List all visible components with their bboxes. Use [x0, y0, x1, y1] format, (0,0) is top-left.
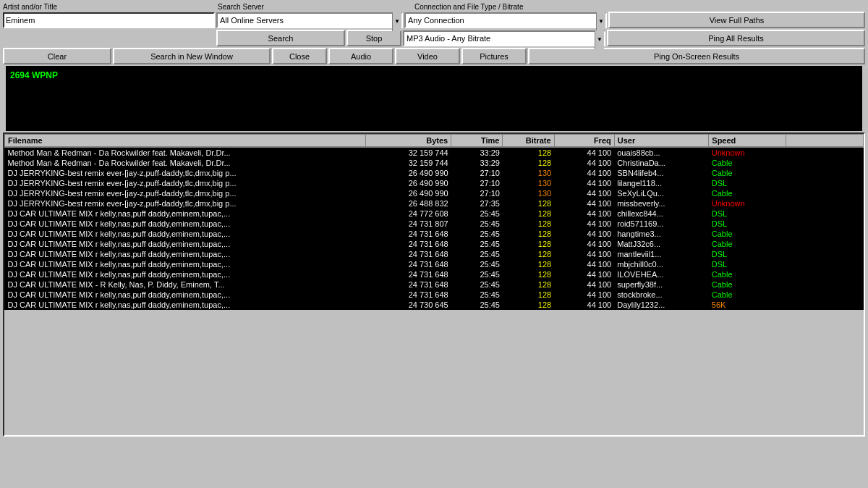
cell-filename: DJ CAR ULTIMATE MIX - R Kelly, Nas, P. D… [5, 279, 366, 290]
table-row[interactable]: DJ CAR ULTIMATE MIX r kelly,nas,puff dad… [5, 239, 864, 249]
search-server-select[interactable]: All Online Servers [216, 12, 403, 28]
col-header-filename: Filename [5, 135, 366, 148]
cell-filename: DJ CAR ULTIMATE MIX r kelly,nas,puff dad… [5, 269, 366, 279]
ping-on-screen-button[interactable]: Ping On-Screen Results [528, 48, 865, 64]
cell-bytes: 24 731 648 [365, 249, 451, 259]
cell-bitrate: 128 [503, 249, 554, 259]
cell-filename: Method Man & Redman - Da Rockwilder feat… [5, 147, 366, 158]
table-row[interactable]: Method Man & Redman - Da Rockwilder feat… [5, 158, 864, 168]
artist-title-label: Artist and/or Title [3, 3, 216, 11]
cell-user: mantleviil1... [614, 249, 709, 259]
cell-time: 25:45 [451, 239, 503, 249]
cell-bytes: 24 731 648 [365, 229, 451, 239]
cell-freq: 44 100 [554, 279, 614, 290]
cell-bitrate: 128 [503, 259, 554, 269]
search-button[interactable]: Search [216, 30, 345, 46]
cell-user: Daylily1232... [614, 300, 709, 310]
cell-bytes: 32 159 744 [365, 158, 451, 168]
connection-select[interactable]: Any Connection [404, 12, 607, 28]
cell-time: 33:29 [451, 147, 503, 158]
artist-input[interactable] [3, 12, 215, 28]
cell-user: mbjchill0c0... [614, 259, 709, 269]
audio-button[interactable]: Audio [328, 48, 393, 64]
cell-user: chillexc844... [614, 209, 709, 219]
cell-bitrate: 128 [503, 290, 554, 300]
cell-user: SeXyLiLQu... [614, 188, 709, 198]
connection-label: Connection and File Type / Bitrate [414, 3, 865, 11]
cell-time: 25:45 [451, 279, 503, 290]
ping-all-button[interactable]: Ping All Results [607, 30, 865, 46]
cell-time: 25:45 [451, 290, 503, 300]
close-button[interactable]: Close [272, 48, 327, 64]
table-row[interactable]: DJ CAR ULTIMATE MIX r kelly,nas,puff dad… [5, 229, 864, 239]
table-row[interactable]: DJ JERRYKING-best remix ever-[jay-z,puff… [5, 168, 864, 178]
table-row[interactable]: Method Man & Redman - Da Rockwilder feat… [5, 147, 864, 158]
cell-speed: DSL [709, 209, 786, 219]
cell-freq: 44 100 [554, 300, 614, 310]
cell-bytes: 24 772 608 [365, 209, 451, 219]
cell-bytes: 24 731 648 [365, 279, 451, 290]
wpnp-status: 2694 WPNP [10, 70, 58, 80]
cell-freq: 44 100 [554, 198, 614, 209]
table-row[interactable]: DJ CAR ULTIMATE MIX - R Kelly, Nas, P. D… [5, 279, 864, 290]
cell-freq: 44 100 [554, 259, 614, 269]
cell-bytes: 32 159 744 [365, 147, 451, 158]
cell-filename: DJ CAR ULTIMATE MIX r kelly,nas,puff dad… [5, 209, 366, 219]
cell-bytes: 26 490 990 [365, 178, 451, 188]
cell-time: 25:45 [451, 229, 503, 239]
cell-freq: 44 100 [554, 158, 614, 168]
table-row[interactable]: DJ CAR ULTIMATE MIX r kelly,nas,puff dad… [5, 249, 864, 259]
cell-user: ILOVEHEA... [614, 269, 709, 279]
col-header-bitrate: Bitrate [503, 135, 554, 148]
cell-freq: 44 100 [554, 219, 614, 229]
clear-button[interactable]: Clear [3, 48, 111, 64]
cell-bitrate: 128 [503, 219, 554, 229]
cell-bytes: 24 730 645 [365, 300, 451, 310]
cell-freq: 44 100 [554, 290, 614, 300]
table-row[interactable]: DJ CAR ULTIMATE MIX r kelly,nas,puff dad… [5, 209, 864, 219]
cell-user: MattJ32c6... [614, 239, 709, 249]
col-header-speed: Speed [709, 135, 786, 148]
cell-bitrate: 128 [503, 300, 554, 310]
cell-bitrate: 128 [503, 209, 554, 219]
filetype-select[interactable]: MP3 Audio - Any Bitrate [403, 30, 605, 46]
cell-speed: Cable [709, 279, 786, 290]
cell-bytes: 26 490 990 [365, 188, 451, 198]
table-row[interactable]: DJ JERRYKING-best remix ever-[jay-z,puff… [5, 178, 864, 188]
cell-freq: 44 100 [554, 168, 614, 178]
pictures-button[interactable]: Pictures [461, 48, 527, 64]
table-row[interactable]: DJ JERRYKING-best remix ever-[jay-z,puff… [5, 188, 864, 198]
cell-freq: 44 100 [554, 229, 614, 239]
search-new-window-button[interactable]: Search in New Window [113, 48, 271, 64]
table-row[interactable]: DJ CAR ULTIMATE MIX r kelly,nas,puff dad… [5, 300, 864, 310]
view-full-paths-button[interactable]: View Full Paths [608, 12, 865, 28]
cell-bitrate: 128 [503, 239, 554, 249]
cell-speed: Cable [709, 229, 786, 239]
col-header-freq: Freq [554, 135, 614, 148]
stop-button[interactable]: Stop [346, 30, 401, 46]
cell-speed: Cable [709, 168, 786, 178]
cell-user: ChristinaDa... [614, 158, 709, 168]
cell-bytes: 26 488 832 [365, 198, 451, 209]
table-row[interactable]: DJ CAR ULTIMATE MIX r kelly,nas,puff dad… [5, 290, 864, 300]
cell-time: 25:45 [451, 219, 503, 229]
col-header-bytes: Bytes [365, 135, 451, 148]
cell-bitrate: 130 [503, 188, 554, 198]
cell-bytes: 26 490 990 [365, 168, 451, 178]
table-row[interactable]: DJ CAR ULTIMATE MIX r kelly,nas,puff dad… [5, 269, 864, 279]
cell-filename: DJ CAR ULTIMATE MIX r kelly,nas,puff dad… [5, 290, 366, 300]
video-button[interactable]: Video [395, 48, 460, 64]
table-row[interactable]: DJ CAR ULTIMATE MIX r kelly,nas,puff dad… [5, 259, 864, 269]
cell-time: 25:45 [451, 249, 503, 259]
cell-bitrate: 128 [503, 158, 554, 168]
cell-time: 25:45 [451, 269, 503, 279]
cell-bytes: 24 731 648 [365, 239, 451, 249]
table-row[interactable]: DJ CAR ULTIMATE MIX r kelly,nas,puff dad… [5, 219, 864, 229]
cell-speed: Cable [709, 269, 786, 279]
cell-bitrate: 128 [503, 229, 554, 239]
cell-speed: DSL [709, 178, 786, 188]
cell-filename: DJ CAR ULTIMATE MIX r kelly,nas,puff dad… [5, 300, 366, 310]
cell-filename: DJ CAR ULTIMATE MIX r kelly,nas,puff dad… [5, 259, 366, 269]
table-row[interactable]: DJ JERRYKING-best remix ever-[jay-z,puff… [5, 198, 864, 209]
cell-user: hangtime3... [614, 229, 709, 239]
